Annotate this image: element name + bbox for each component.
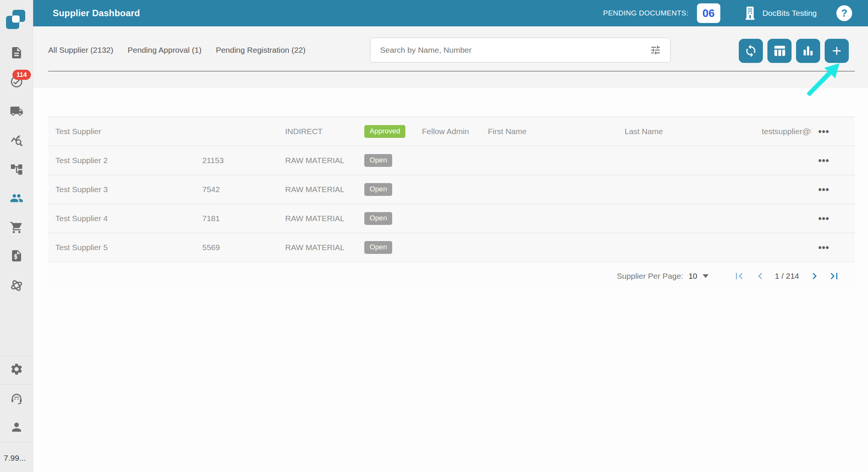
cell-groups: RAW MATERIAL (278, 185, 357, 194)
table-row[interactable]: Test Supplier 221153RAW MATERIALOpen••• (48, 146, 855, 175)
sidebar-divider (0, 356, 33, 356)
integrations-icon[interactable] (0, 279, 33, 292)
row-actions-button[interactable]: ••• (818, 213, 829, 224)
chart-view-button[interactable] (796, 39, 820, 63)
row-actions-button[interactable]: ••• (818, 242, 829, 253)
delivery-truck-icon[interactable] (0, 104, 33, 118)
per-page-select[interactable]: 10 (688, 272, 697, 281)
page-indicator: 1 / 214 (775, 272, 799, 281)
sidebar-divider (0, 442, 33, 442)
first-page-button[interactable] (733, 270, 746, 283)
analytics-icon[interactable] (0, 134, 33, 147)
status-badge: Open (364, 241, 392, 254)
cell-responder_first: First Name (481, 127, 617, 136)
per-page-label: Supplier Per Page: (617, 272, 683, 281)
previous-page-button[interactable] (754, 270, 767, 283)
row-actions-button[interactable]: ••• (818, 126, 829, 137)
table-view-icon (773, 44, 786, 58)
table-body: Test SupplierINDIRECTApprovedFellow Admi… (48, 117, 855, 262)
status-badge: Open (364, 212, 392, 225)
tab-pending-registration-22[interactable]: Pending Registration (22) (216, 46, 306, 55)
shopping-cart-icon[interactable] (0, 221, 33, 234)
notification-badge: 114 (12, 70, 31, 80)
last-page-button[interactable] (828, 270, 840, 283)
invoice-icon[interactable] (0, 249, 33, 263)
chart-view-icon (801, 44, 815, 58)
cell-name: Test Supplier (48, 127, 124, 136)
organization-name[interactable]: DocBits Testing (763, 9, 817, 18)
cell-action: ••• (811, 126, 848, 137)
settings-icon[interactable] (0, 362, 33, 376)
cell-number: 7181 (195, 214, 278, 223)
cell-responder_email: testsupplier@t (755, 127, 811, 136)
documents-icon[interactable] (0, 46, 33, 60)
row-actions-button[interactable]: ••• (818, 155, 829, 166)
support-icon[interactable] (0, 392, 33, 406)
tabs-divider (48, 71, 855, 72)
app-version: 7.99... (4, 454, 26, 463)
per-page-caret-icon[interactable] (703, 274, 709, 278)
cell-name: Test Supplier 4 (48, 214, 124, 223)
cell-status: Open (357, 154, 415, 167)
cell-referrer: Fellow Admin (415, 127, 481, 136)
help-icon[interactable]: ? (836, 5, 852, 21)
cell-status: Open (357, 183, 415, 196)
table-row[interactable]: Test Supplier 55569RAW MATERIALOpen••• (48, 233, 855, 262)
sidebar-divider (0, 384, 33, 385)
row-actions-button[interactable]: ••• (818, 184, 829, 195)
cell-status: Open (357, 241, 415, 254)
table-row[interactable]: Test Supplier 37542RAW MATERIALOpen••• (48, 175, 855, 204)
cell-action: ••• (811, 242, 848, 253)
building-icon (743, 5, 757, 21)
cell-action: ••• (811, 184, 848, 195)
top-bar: Supplier Dashboard PENDING DOCUMENTS: 06… (33, 0, 868, 26)
page-title: Supplier Dashboard (53, 8, 140, 18)
table-row[interactable]: Test Supplier 47181RAW MATERIALOpen••• (48, 204, 855, 233)
next-page-button[interactable] (808, 270, 821, 283)
profile-icon[interactable] (0, 420, 33, 434)
cell-groups: INDIRECT (278, 127, 357, 136)
refresh-button[interactable] (739, 39, 763, 63)
pagination-bar: Supplier Per Page: 10 1 / 214 (48, 262, 855, 290)
add-supplier-icon (830, 44, 844, 58)
cell-action: ••• (811, 213, 848, 224)
pending-documents-count[interactable]: 06 (697, 3, 720, 23)
tab-all-supplier-2132[interactable]: All Supplier (2132) (48, 46, 113, 55)
status-badge: Open (364, 154, 392, 167)
suppliers-icon[interactable] (0, 191, 33, 205)
cell-status: Open (357, 212, 415, 225)
supplier-tabs: All Supplier (2132)Pending Approval (1)P… (48, 38, 306, 63)
table-row[interactable]: Test SupplierINDIRECTApprovedFellow Admi… (48, 117, 855, 146)
cell-number: 7542 (195, 185, 278, 194)
add-supplier-button[interactable] (825, 39, 849, 63)
cell-number: 5569 (195, 243, 278, 252)
cell-groups: RAW MATERIAL (278, 214, 357, 223)
status-badge: Approved (364, 125, 405, 138)
cell-groups: RAW MATERIAL (278, 156, 357, 165)
cell-name: Test Supplier 5 (48, 243, 124, 252)
sidebar: 114 7.99... (0, 0, 33, 472)
workflow-icon[interactable] (0, 163, 33, 176)
refresh-icon (744, 44, 758, 58)
cell-groups: RAW MATERIAL (278, 243, 357, 252)
pending-documents-label: PENDING DOCUMENTS: (603, 9, 689, 17)
search-input[interactable] (370, 38, 650, 62)
app-logo-icon[interactable] (6, 10, 26, 29)
filter-tune-icon[interactable] (650, 44, 661, 56)
table-view-button[interactable] (767, 39, 792, 63)
cell-status: Approved (357, 125, 415, 138)
cell-responder_last: Last Name (617, 127, 755, 136)
cell-name: Test Supplier 2 (48, 156, 124, 165)
cell-action: ••• (811, 155, 848, 166)
cell-name: Test Supplier 3 (48, 185, 124, 194)
status-badge: Open (364, 183, 392, 196)
supplier-table: Test SupplierINDIRECTApprovedFellow Admi… (48, 88, 855, 290)
search-box (370, 38, 671, 63)
table-header-row (48, 88, 855, 117)
tab-pending-approval-1[interactable]: Pending Approval (1) (128, 46, 202, 55)
cell-number: 21153 (195, 156, 278, 165)
toolbar (739, 39, 849, 63)
